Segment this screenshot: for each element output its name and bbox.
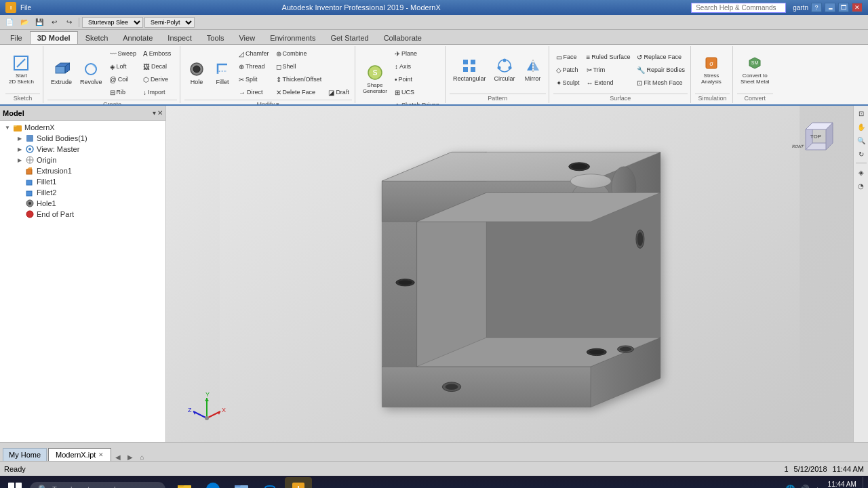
shadow-button[interactable]: ◔ bbox=[855, 180, 867, 192]
emboss-button[interactable]: A Emboss bbox=[140, 47, 174, 60]
nav-forward-button[interactable]: ▶ bbox=[125, 453, 136, 461]
tree-item-fillet2[interactable]: Fillet2 bbox=[1, 187, 164, 198]
taskbar-app-explorer[interactable] bbox=[171, 477, 198, 488]
coil-button[interactable]: @ Coil bbox=[107, 73, 140, 85]
taskbar-app-folder[interactable] bbox=[228, 477, 255, 488]
tree-item-endofpart[interactable]: End of Part bbox=[1, 209, 164, 220]
patch-button[interactable]: ◇ Patch bbox=[553, 64, 583, 76]
tab-file[interactable]: File bbox=[3, 31, 30, 44]
taskbar-app-edge[interactable]: e bbox=[199, 477, 226, 488]
tray-volume-icon[interactable]: 🔊 bbox=[800, 485, 810, 488]
redo-button[interactable]: ↪ bbox=[62, 16, 76, 28]
tab-collaborate[interactable]: Collaborate bbox=[376, 31, 429, 44]
tab-tools[interactable]: Tools bbox=[199, 31, 232, 44]
tree-item-origin[interactable]: ▶ Origin bbox=[1, 155, 164, 165]
ucs-button[interactable]: ⊞ UCS bbox=[392, 86, 442, 98]
face-button[interactable]: ▭ Face bbox=[553, 51, 583, 63]
open-button[interactable]: 📂 bbox=[18, 16, 31, 28]
extend-button[interactable]: ↔ Extend bbox=[584, 77, 633, 89]
fitmeshface-button[interactable]: ⊡ Fit Mesh Face bbox=[634, 77, 688, 89]
tree-item-solidbodies[interactable]: ▶ Solid Bodies(1) bbox=[1, 133, 164, 144]
myhome-tab[interactable]: My Home bbox=[3, 448, 47, 461]
tree-item-modernx[interactable]: ▼ ModernX bbox=[1, 122, 164, 133]
panel-close-button[interactable]: ✕ bbox=[157, 109, 163, 117]
tree-item-viewmaster[interactable]: ▶ View: Master bbox=[1, 144, 164, 155]
trim-button[interactable]: ✂ Trim bbox=[584, 64, 633, 76]
revolve-button[interactable]: Revolve bbox=[77, 54, 106, 92]
minimize-button[interactable]: 🗕 bbox=[825, 3, 835, 12]
repairbodies-button[interactable]: 🔧 Repair Bodies bbox=[634, 64, 688, 76]
thread-button[interactable]: ⊕ Thread bbox=[236, 60, 272, 73]
start-button[interactable] bbox=[3, 477, 27, 488]
nav-back-button[interactable]: ◀ bbox=[113, 453, 123, 461]
maximize-button[interactable]: 🗖 bbox=[838, 3, 849, 12]
taskbar-app-inventor[interactable]: I bbox=[285, 477, 312, 488]
nav-home-button[interactable]: ⌂ bbox=[137, 453, 146, 461]
tree-item-fillet1[interactable]: Fillet1 bbox=[1, 176, 164, 187]
appearance-button[interactable]: ◈ bbox=[855, 166, 867, 178]
converttosheetmetal-button[interactable]: SM Convert toSheet Metal bbox=[737, 52, 773, 89]
loft-button[interactable]: ◈ Loft bbox=[107, 60, 140, 73]
show-desktop-button[interactable] bbox=[863, 477, 865, 488]
panel-options-button[interactable]: ▾ bbox=[153, 109, 156, 117]
tab-annotate[interactable]: Annotate bbox=[115, 31, 160, 44]
stressanalysis-button[interactable]: σ StressAnalysis bbox=[695, 52, 728, 89]
point-button[interactable]: • Point bbox=[392, 73, 442, 85]
extend-icon: ↔ bbox=[587, 79, 593, 87]
fillet-button[interactable]: Fillet bbox=[210, 54, 235, 92]
rectangular-button[interactable]: Rectangular bbox=[450, 52, 490, 89]
mirror-button[interactable]: Mirror bbox=[520, 52, 546, 89]
tray-network-icon[interactable]: 🌐 bbox=[785, 485, 795, 488]
split-button[interactable]: ✂ Split bbox=[236, 73, 272, 85]
3d-viewport[interactable]: X Y Z TOP FRONT bbox=[166, 106, 853, 442]
start-2dsketch-button[interactable]: Start2D Sketch bbox=[5, 49, 37, 90]
circular-button[interactable]: Circular bbox=[490, 52, 518, 89]
taskbar-search[interactable]: 🔍 Type here to search bbox=[30, 482, 165, 488]
sketchdriven-button[interactable]: ◈ Sketch Driven bbox=[392, 99, 442, 106]
tab-getstarted[interactable]: Get Started bbox=[323, 31, 376, 44]
rotate-button[interactable]: ↻ bbox=[855, 148, 867, 160]
tab-3dmodel[interactable]: 3D Model bbox=[30, 31, 78, 44]
deleteface-button[interactable]: ✕ Delete Face bbox=[273, 86, 325, 98]
shell-button[interactable]: ◻ Shell bbox=[273, 60, 325, 73]
decal-button[interactable]: 🖼 Decal bbox=[140, 60, 174, 73]
undo-button[interactable]: ↩ bbox=[47, 16, 61, 28]
derive-button[interactable]: ⬡ Derive bbox=[140, 73, 174, 85]
ruledsurface-button[interactable]: ≡ Ruled Surface bbox=[584, 51, 633, 63]
sculpt-button[interactable]: ✦ Sculpt bbox=[553, 77, 583, 89]
combine-button[interactable]: ⊕ Combine bbox=[273, 47, 325, 60]
style-dropdown[interactable]: Sturtevap Slee bbox=[82, 17, 143, 28]
tab-close-icon[interactable]: ✕ bbox=[98, 451, 104, 458]
new-button[interactable]: 📄 bbox=[3, 16, 16, 28]
pan-button[interactable]: ✋ bbox=[855, 121, 867, 133]
lighting-dropdown[interactable]: Semi-Polyt bbox=[144, 17, 195, 28]
save-button[interactable]: 💾 bbox=[33, 16, 46, 28]
draft-button[interactable]: ◪ Draft bbox=[326, 86, 352, 98]
import-button[interactable]: ↓ Import bbox=[140, 86, 174, 98]
tab-sketch[interactable]: Sketch bbox=[78, 31, 116, 44]
hole-button[interactable]: Hole bbox=[184, 54, 209, 92]
close-button[interactable]: ✕ bbox=[852, 3, 863, 12]
thicken-button[interactable]: ⇕ Thicken/Offset bbox=[273, 73, 325, 85]
shapegenerator-button[interactable]: S ShapeGenerator bbox=[359, 61, 391, 98]
viewcube[interactable]: TOP FRONT bbox=[792, 113, 833, 153]
plane-button[interactable]: ✈ Plane bbox=[392, 47, 442, 60]
tab-environments[interactable]: Environments bbox=[262, 31, 323, 44]
chamfer-button[interactable]: ◿ Chamfer bbox=[236, 47, 272, 60]
tab-inspect[interactable]: Inspect bbox=[160, 31, 199, 44]
sweep-button[interactable]: 〰 Sweep bbox=[107, 47, 140, 60]
extrude-button[interactable]: Extrude bbox=[47, 54, 75, 92]
rib-button[interactable]: ⊟ Rib bbox=[107, 86, 140, 98]
zoom-fit-button[interactable]: ⊡ bbox=[855, 107, 867, 119]
tree-item-extrusion1[interactable]: Extrusion1 bbox=[1, 165, 164, 176]
document-tab-modernx[interactable]: ModernX.ipt ✕ bbox=[48, 448, 111, 461]
search-input[interactable] bbox=[691, 3, 786, 13]
direct-button[interactable]: → Direct bbox=[236, 86, 272, 98]
axis-button[interactable]: ↕ Axis bbox=[392, 60, 442, 73]
tree-item-hole1[interactable]: Hole1 bbox=[1, 198, 164, 209]
tab-view[interactable]: View bbox=[231, 31, 262, 44]
help-button[interactable]: ? bbox=[811, 3, 822, 12]
replaceface-button[interactable]: ↺ Replace Face bbox=[634, 51, 688, 63]
zoom-button[interactable]: 🔍 bbox=[855, 134, 867, 146]
taskbar-app-store[interactable]: 🛍 bbox=[256, 477, 283, 488]
